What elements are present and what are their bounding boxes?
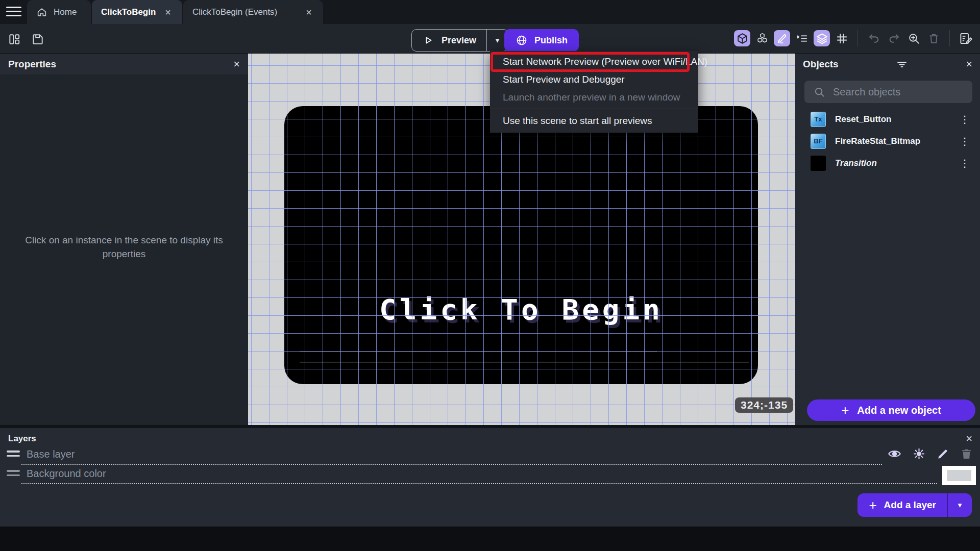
pencil-icon: [776, 33, 788, 44]
objects-close-icon[interactable]: ×: [966, 59, 972, 70]
background-color-swatch[interactable]: [942, 466, 976, 485]
globe-icon: [516, 34, 528, 46]
open-events-editor-icon[interactable]: [958, 30, 974, 46]
tab-home-label: Home: [54, 7, 77, 17]
save-icon: [31, 33, 44, 46]
publish-button-label: Publish: [534, 35, 568, 46]
search-objects-input[interactable]: [804, 81, 972, 103]
tab-scene-close-icon[interactable]: ×: [163, 6, 173, 18]
bitmap-font-object-icon: BF: [811, 134, 826, 149]
object-menu-icon[interactable]: ⋮: [957, 157, 973, 169]
objects-search: [804, 81, 972, 103]
menu-item-use-scene-start-previews[interactable]: Use this scene to start all previews: [490, 112, 698, 130]
layers-panel: Layers × Base layer: [0, 428, 980, 527]
visibility-eye-icon[interactable]: [888, 447, 901, 461]
cubes-group-icon: [756, 32, 769, 45]
zoom-in-icon: [908, 32, 920, 45]
cube-icon: [736, 32, 749, 45]
layers-close-icon[interactable]: ×: [966, 433, 972, 444]
cursor-coordinates-badge: 324;-135: [735, 397, 793, 413]
add-layer-button[interactable]: + Add a layer ▾: [857, 493, 972, 517]
object-row-fireratestat-bitmap[interactable]: BF FireRateStat_Bitmap ⋮: [795, 130, 980, 152]
trash-icon: [927, 32, 940, 45]
layers-panel-title: Layers: [8, 434, 36, 444]
redo-arrow-icon: [888, 32, 900, 45]
layer-row-base-layer[interactable]: Base layer: [0, 445, 980, 465]
tab-bar: Home ClickToBegin × ClickToBegin (Events…: [0, 0, 980, 24]
properties-panel-title: Properties: [8, 59, 56, 70]
instance-outline: [300, 351, 657, 352]
game-screen-frame: Click To Begin: [284, 106, 758, 384]
chevron-down-icon: ▾: [496, 36, 500, 45]
toolbar: Preview ▾ Publish: [0, 24, 980, 54]
objects-panel-title: Objects: [803, 59, 839, 70]
preview-dropdown-menu: Start Network Preview (Preview over WiFi…: [490, 51, 698, 133]
add-layer-dropdown-button[interactable]: ▾: [947, 493, 972, 517]
main-menu-icon[interactable]: [6, 7, 21, 17]
plus-icon: +: [841, 404, 849, 417]
drag-handle-icon[interactable]: [7, 450, 20, 459]
delete-icon[interactable]: [925, 30, 942, 46]
publish-button[interactable]: Publish: [504, 29, 579, 52]
properties-panel: Properties × Click on an instance in the…: [0, 54, 248, 425]
object-row-transition[interactable]: Transition ⋮: [795, 152, 980, 174]
toolbar-divider: [857, 30, 858, 46]
layers-icon: [816, 32, 828, 45]
play-icon: [422, 34, 434, 46]
layer-row-background-color[interactable]: Background color: [0, 465, 980, 484]
tab-events[interactable]: ClickToBegin (Events) ×: [183, 0, 323, 24]
edit-mode-icon[interactable]: [774, 30, 790, 46]
chevron-down-icon: ▾: [958, 500, 962, 510]
properties-empty-message: Click on an instance in the scene to dis…: [17, 233, 231, 261]
object-name: Transition: [835, 158, 877, 168]
instances-icon[interactable]: [754, 30, 770, 46]
tab-home[interactable]: Home: [27, 0, 91, 24]
add-layer-label: Add a layer: [884, 499, 936, 511]
window-bottom-strip: [0, 527, 980, 551]
menu-item-start-network-preview[interactable]: Start Network Preview (Preview over WiFi…: [490, 53, 698, 70]
toggle-layers-panel-icon[interactable]: [814, 30, 830, 46]
objects-panel-header: Objects ×: [795, 54, 980, 74]
list-icon: [796, 32, 808, 45]
layer-effects-icon[interactable]: [912, 447, 926, 461]
grid-icon: [836, 32, 848, 45]
layer-name-underline: [21, 483, 937, 484]
tab-scene[interactable]: ClickToBegin ×: [92, 0, 182, 24]
add-new-object-button[interactable]: + Add a new object: [807, 399, 975, 421]
undo-icon[interactable]: [866, 30, 882, 46]
redo-icon[interactable]: [886, 30, 902, 46]
grid-settings-icon[interactable]: [834, 30, 850, 46]
properties-panel-header: Properties ×: [0, 54, 248, 74]
plus-icon: +: [869, 498, 876, 512]
text-object-icon: Tx: [811, 112, 826, 127]
toggle-panels-icon[interactable]: [6, 31, 22, 47]
toggle-objects-panel-icon[interactable]: [734, 30, 750, 46]
properties-close-icon[interactable]: ×: [233, 59, 240, 70]
instance-outline: [300, 362, 749, 363]
zoom-icon[interactable]: [905, 30, 922, 46]
edit-layer-pencil-icon[interactable]: [937, 447, 949, 460]
objects-list: Tx Reset_Button ⋮ BF FireRateStat_Bitmap…: [795, 108, 980, 174]
tab-events-close-icon[interactable]: ×: [304, 6, 314, 18]
object-menu-icon[interactable]: ⋮: [957, 135, 973, 147]
object-name: Reset_Button: [835, 114, 892, 124]
object-name: FireRateStat_Bitmap: [835, 136, 920, 146]
object-menu-icon[interactable]: ⋮: [957, 113, 973, 126]
drag-handle-icon[interactable]: [7, 470, 20, 479]
tab-events-label: ClickToBegin (Events): [192, 7, 277, 17]
layer-name[interactable]: Background color: [27, 468, 106, 480]
delete-layer-trash-icon[interactable]: [960, 447, 973, 460]
undo-arrow-icon: [868, 32, 880, 45]
sprite-object-icon: [811, 156, 826, 171]
layer-name[interactable]: Base layer: [27, 448, 75, 460]
save-project-icon[interactable]: [30, 31, 46, 47]
instances-list-icon[interactable]: [794, 30, 810, 46]
menu-item-launch-another-preview: Launch another preview in a new window: [490, 88, 698, 106]
add-new-object-label: Add a new object: [857, 405, 941, 416]
menu-item-start-preview-debugger[interactable]: Start Preview and Debugger: [490, 70, 698, 88]
object-row-reset-button[interactable]: Tx Reset_Button ⋮: [795, 108, 980, 130]
layers-panel-header: Layers ×: [0, 428, 980, 445]
gdevelop-app: Home ClickToBegin × ClickToBegin (Events…: [0, 0, 980, 551]
preview-button[interactable]: Preview ▾: [411, 29, 508, 52]
filter-icon[interactable]: [896, 58, 908, 70]
